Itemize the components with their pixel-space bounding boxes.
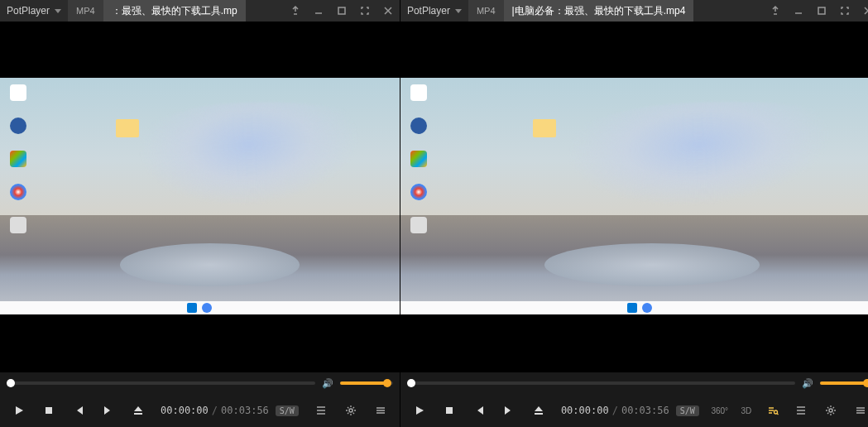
seek-knob[interactable] bbox=[7, 379, 15, 387]
next-button[interactable] bbox=[495, 397, 523, 424]
video-content bbox=[400, 78, 868, 314]
next-button[interactable] bbox=[94, 397, 122, 424]
video-area[interactable] bbox=[0, 22, 400, 372]
video-area[interactable] bbox=[400, 22, 868, 372]
prev-button[interactable] bbox=[65, 397, 93, 424]
playlist-button[interactable] bbox=[787, 397, 815, 424]
pin-icon[interactable] bbox=[764, 0, 787, 22]
time-duration: 00:03:56 bbox=[221, 405, 269, 416]
360-button[interactable]: 360° bbox=[707, 397, 732, 424]
decoder-badge[interactable]: S/W bbox=[676, 405, 699, 416]
video-taskbar bbox=[400, 301, 868, 314]
stop-button[interactable] bbox=[435, 397, 463, 424]
seek-slider[interactable] bbox=[7, 381, 315, 385]
menu-button[interactable] bbox=[846, 397, 868, 424]
time-current: 00:00:00 bbox=[561, 405, 609, 416]
pin-icon[interactable] bbox=[284, 0, 307, 22]
maximize-icon[interactable] bbox=[810, 0, 833, 22]
fullscreen-icon[interactable] bbox=[833, 0, 856, 22]
seek-knob[interactable] bbox=[407, 379, 415, 387]
maximize-icon[interactable] bbox=[330, 0, 353, 22]
fullscreen-icon[interactable] bbox=[353, 0, 376, 22]
file-title-tab[interactable]: |电脑必备：最强、最快的下载工具.mp4 bbox=[504, 0, 694, 22]
volume-icon[interactable]: 🔊 bbox=[802, 378, 813, 389]
3d-button[interactable]: 3D bbox=[734, 397, 759, 424]
seek-bar-row: 🔊 bbox=[0, 372, 400, 394]
time-display: 00:00:00 / 00:03:56 S/W bbox=[561, 405, 699, 416]
player-right: PotPlayer MP4 |电脑必备：最强、最快的下载工具.mp4 bbox=[400, 0, 868, 427]
close-icon[interactable] bbox=[376, 0, 400, 22]
close-icon[interactable] bbox=[856, 0, 868, 22]
app-name-label: PotPlayer bbox=[407, 5, 450, 17]
volume-slider[interactable] bbox=[340, 381, 393, 385]
settings-button[interactable] bbox=[817, 397, 845, 424]
eject-button[interactable] bbox=[124, 397, 152, 424]
menu-button[interactable] bbox=[367, 397, 395, 424]
app-menu-button[interactable]: PotPlayer bbox=[400, 0, 468, 22]
svg-rect-4 bbox=[446, 407, 453, 414]
video-content bbox=[0, 78, 400, 314]
play-button[interactable] bbox=[405, 397, 434, 424]
time-current: 00:00:00 bbox=[161, 405, 209, 416]
seek-bar-row: 🔊 bbox=[400, 372, 868, 394]
svg-point-5 bbox=[774, 410, 777, 414]
eject-button[interactable] bbox=[525, 397, 553, 424]
play-button[interactable] bbox=[5, 397, 33, 424]
volume-slider[interactable] bbox=[820, 381, 868, 385]
time-display: 00:00:00 / 00:03:56 S/W bbox=[161, 405, 299, 416]
volume-icon[interactable]: 🔊 bbox=[322, 378, 333, 389]
controls-bar: 00:00:00 / 00:03:56 S/W 360° 3D bbox=[400, 394, 868, 427]
decoder-badge[interactable]: S/W bbox=[276, 405, 299, 416]
format-tab[interactable]: MP4 bbox=[68, 0, 103, 22]
controls-bar: 00:00:00 / 00:03:56 S/W bbox=[0, 394, 400, 427]
svg-point-6 bbox=[829, 409, 832, 412]
format-tab[interactable]: MP4 bbox=[468, 0, 504, 22]
stop-button[interactable] bbox=[35, 397, 63, 424]
app-name-label: PotPlayer bbox=[7, 5, 50, 17]
file-title-tab[interactable]: ：最强、最快的下载工具.mp bbox=[103, 0, 246, 22]
playlist-button[interactable] bbox=[307, 397, 335, 424]
svg-rect-3 bbox=[818, 7, 825, 14]
svg-rect-1 bbox=[46, 407, 52, 414]
player-left: PotPlayer MP4 ：最强、最快的下载工具.mp bbox=[0, 0, 400, 427]
svg-rect-0 bbox=[338, 7, 345, 14]
prev-button[interactable] bbox=[465, 397, 493, 424]
app-menu-button[interactable]: PotPlayer bbox=[0, 0, 68, 22]
time-duration: 00:03:56 bbox=[621, 405, 669, 416]
svg-point-2 bbox=[349, 409, 352, 412]
seek-slider[interactable] bbox=[407, 381, 795, 385]
minimize-icon[interactable] bbox=[787, 0, 810, 22]
folder-icon bbox=[116, 119, 139, 137]
settings-button[interactable] bbox=[337, 397, 365, 424]
folder-icon bbox=[533, 119, 556, 137]
window-buttons bbox=[764, 0, 868, 22]
subtitle-search-button[interactable] bbox=[760, 397, 785, 424]
video-taskbar bbox=[0, 301, 400, 314]
titlebar: PotPlayer MP4 |电脑必备：最强、最快的下载工具.mp4 bbox=[400, 0, 868, 22]
minimize-icon[interactable] bbox=[307, 0, 330, 22]
titlebar: PotPlayer MP4 ：最强、最快的下载工具.mp bbox=[0, 0, 400, 22]
window-buttons bbox=[284, 0, 400, 22]
